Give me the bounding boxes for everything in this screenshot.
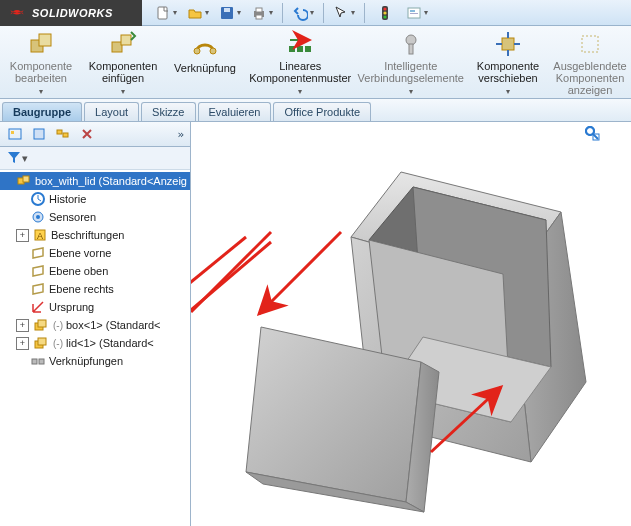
tree-node-state: (-) (53, 320, 63, 331)
ribbon-label: AusgeblendeteKomponentenanzeigen (553, 60, 626, 96)
title-bar: SOLIDWORKS (0, 0, 631, 26)
ribbon-mate[interactable]: Verknüpfung (164, 26, 246, 98)
tab-assembly[interactable]: Baugruppe (2, 102, 82, 121)
ribbon-label: Komponenteneinfügen (89, 60, 158, 98)
tree-node-right[interactable]: Ebene rechts (14, 280, 190, 298)
open-button[interactable] (182, 2, 214, 24)
fm-tree-tab[interactable] (6, 125, 24, 143)
svg-rect-28 (34, 129, 44, 139)
smart-fasteners-icon (396, 30, 426, 58)
print-button[interactable] (246, 2, 278, 24)
svg-point-9 (383, 15, 386, 18)
svg-rect-2 (224, 8, 230, 12)
tree-twisty-none (16, 194, 27, 205)
ribbon-linear-pattern[interactable]: LinearesKomponentenmuster (246, 26, 354, 98)
annot-icon: A (32, 227, 48, 243)
work-area: » ▾ box_with_lid (Standard<Anzeig Histor… (0, 122, 631, 526)
save-icon (219, 5, 235, 21)
svg-rect-43 (39, 359, 44, 364)
tree-node-annot[interactable]: +ABeschriftungen (14, 226, 190, 244)
property-manager-tab[interactable] (30, 125, 48, 143)
rebuild-button[interactable] (369, 2, 401, 24)
edit-component-icon (26, 30, 56, 58)
tree-root-assembly[interactable]: box_with_lid (Standard<Anzeig (0, 172, 190, 190)
svg-rect-0 (158, 7, 167, 19)
print-icon (251, 5, 267, 21)
feature-manager-tabs: » (0, 122, 190, 147)
filter-icon[interactable] (6, 149, 22, 167)
tree-twisty-none (16, 266, 27, 277)
ribbon-edit-component: Komponentebearbeiten (0, 26, 82, 98)
new-button[interactable] (150, 2, 182, 24)
annotation-arrows (191, 232, 271, 327)
tree-node-mates[interactable]: Verknüpfungen (14, 352, 190, 370)
move-component-icon (493, 30, 523, 58)
select-button[interactable] (328, 2, 360, 24)
tree-node-history[interactable]: Historie (14, 190, 190, 208)
panel-collapse-button[interactable]: » (177, 128, 184, 141)
dim-expert-tab[interactable] (78, 125, 96, 143)
save-button[interactable] (214, 2, 246, 24)
ribbon-insert-component[interactable]: Komponenteneinfügen (82, 26, 164, 98)
svg-rect-24 (502, 38, 514, 50)
svg-rect-26 (9, 129, 21, 139)
ribbon-label: LinearesKomponentenmuster (249, 60, 351, 98)
tree-node-top[interactable]: Ebene oben (14, 262, 190, 280)
tab-layout[interactable]: Layout (84, 102, 139, 121)
tree-node-origin[interactable]: Ursprung (14, 298, 190, 316)
ribbon-tabs: BaugruppeLayoutSkizzeEvaluierenOffice Pr… (0, 99, 631, 122)
tree-node-lid[interactable]: +(-) lid<1> (Standard< (14, 334, 190, 352)
tree-node-sensors[interactable]: Sensoren (14, 208, 190, 226)
ribbon-label: IntelligenteVerbindungselemente (358, 60, 464, 98)
new-file-icon (155, 5, 171, 21)
tree-node-label: Ebene oben (49, 265, 108, 277)
graphics-viewport[interactable] (191, 122, 631, 526)
tab-sketch[interactable]: Skizze (141, 102, 195, 121)
svg-point-8 (383, 11, 386, 14)
feature-filter-bar: ▾ (0, 147, 190, 170)
svg-rect-39 (38, 320, 46, 327)
tree-node-box[interactable]: +(-) box<1> (Standard< (14, 316, 190, 334)
svg-point-35 (36, 215, 40, 219)
svg-rect-41 (38, 338, 46, 345)
linear-pattern-icon (285, 30, 315, 58)
tree-node-state: (-) (53, 338, 63, 349)
cursor-icon (333, 5, 349, 21)
svg-rect-30 (63, 133, 68, 137)
svg-rect-29 (57, 130, 62, 134)
tree-expand-icon[interactable]: + (16, 319, 29, 332)
tree-node-label: Sensoren (49, 211, 96, 223)
undo-button[interactable] (287, 2, 319, 24)
ribbon-label: Komponenteverschieben (477, 60, 539, 98)
tree-node-label: box<1> (Standard< (66, 319, 161, 331)
svg-line-61 (191, 237, 241, 322)
ds-logo-icon (8, 4, 26, 22)
tree-twisty-none (16, 248, 27, 259)
insert-component-icon (108, 30, 138, 58)
options-button[interactable] (401, 2, 433, 24)
svg-line-60 (191, 242, 221, 322)
undo-icon (292, 5, 308, 21)
svg-line-62 (191, 237, 246, 327)
mates-icon (30, 353, 46, 369)
ribbon-label: Komponentebearbeiten (10, 60, 72, 98)
tree-twisty-none (16, 284, 27, 295)
tree-node-label: box_with_lid (Standard<Anzeig (35, 175, 187, 187)
configuration-tab[interactable] (54, 125, 72, 143)
tree-expand-icon[interactable]: + (16, 337, 29, 350)
tab-evaluate[interactable]: Evaluieren (198, 102, 272, 121)
tab-office[interactable]: Office Produkte (273, 102, 371, 121)
svg-point-17 (194, 48, 200, 54)
filter-dropdown-icon[interactable]: ▾ (22, 152, 28, 165)
separator-icon (364, 3, 365, 23)
options-icon (406, 5, 422, 21)
tree-twisty-none (16, 356, 27, 367)
ribbon-move-component[interactable]: Komponenteverschieben (467, 26, 549, 98)
ribbon: KomponentebearbeitenKomponenteneinfügenV… (0, 26, 631, 99)
tree-node-label: Verknüpfungen (49, 355, 123, 367)
tree-expand-icon[interactable]: + (16, 229, 29, 242)
svg-rect-11 (410, 10, 415, 12)
tree-node-front[interactable]: Ebene vorne (14, 244, 190, 262)
sensor-icon (30, 209, 46, 225)
svg-rect-23 (409, 44, 413, 54)
